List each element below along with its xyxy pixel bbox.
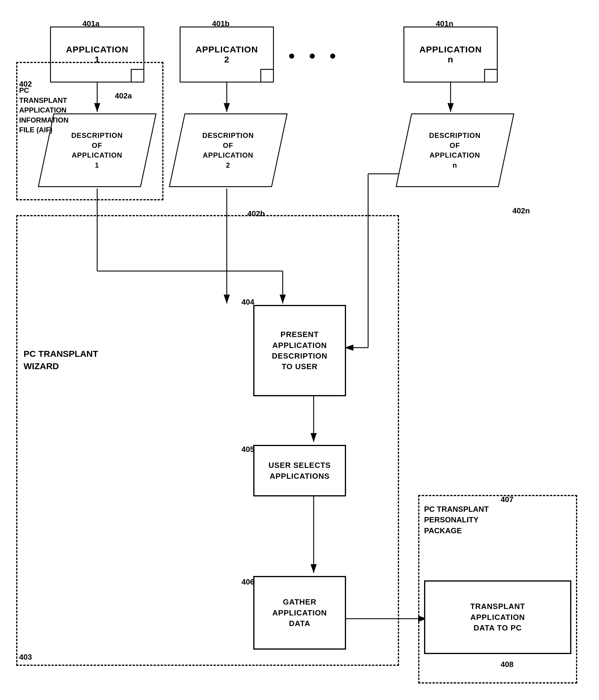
aif-label: PCTRANSPLANTAPPLICATIONINFORMATIONFILE (…	[19, 85, 75, 135]
gather-box: GATHERAPPLICATIONDATA	[253, 576, 346, 650]
ref-405: 405	[241, 445, 254, 454]
ref-404: 404	[241, 298, 254, 307]
ref-406: 406	[241, 577, 254, 586]
application-2-box: APPLICATION2	[180, 26, 274, 82]
user-selects-box: USER SELECTSAPPLICATIONS	[253, 445, 346, 496]
ref-403: 403	[19, 653, 32, 662]
present-box: PRESENTAPPLICATIONDESCRIPTIONTO USER	[253, 305, 346, 396]
desc-app2: DESCRIPTIONOFAPPLICATION2	[169, 114, 287, 187]
application-n-box: APPLICATIONn	[403, 26, 498, 82]
desc-appn: DESCRIPTIONOFAPPLICATIONn	[395, 114, 514, 187]
ref-402n: 402n	[513, 206, 530, 215]
transplant-data-box: TRANSPLANTAPPLICATIONDATA TO PC	[424, 580, 571, 654]
personality-label: PC TRANSPLANTPERSONALITYPACKAGE	[424, 504, 489, 536]
ref-408: 408	[501, 660, 513, 669]
diagram: 401a 401b 401n APPLICATION1 APPLICATION2…	[0, 0, 599, 700]
wizard-label: PC TRANSPLANTWIZARD	[24, 348, 98, 372]
ref-407: 407	[501, 495, 513, 504]
ellipsis: • • •	[289, 46, 340, 66]
